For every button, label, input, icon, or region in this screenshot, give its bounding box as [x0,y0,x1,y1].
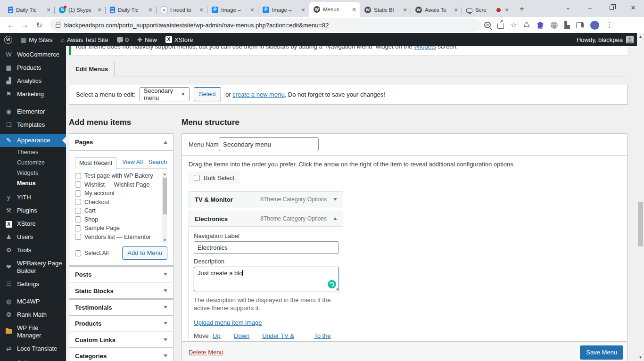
collapse-menu-button[interactable]: ◀Collapse menu [0,356,66,361]
accordion-products[interactable]: Products [69,315,173,331]
create-new-menu-link[interactable]: create a new menu [232,91,285,98]
tab-search-chevron-icon[interactable]: ⌄ [557,4,579,11]
sidebar-item-yith[interactable]: yYITH [0,191,66,204]
checkbox[interactable] [75,216,81,222]
navigation-label-input[interactable] [194,241,339,254]
collapse-up-icon[interactable] [164,141,167,144]
sidebar-item-elementor[interactable]: ◉Elementor [0,105,66,118]
bulk-select-checkbox[interactable] [194,175,200,181]
sidebar-item-appearance[interactable]: ✎Appearance [0,134,66,147]
browser-profile-avatar[interactable] [590,21,599,30]
tab-image-2[interactable]: P Image – ✕ [258,3,309,17]
tab-edit-menus[interactable]: Edit Menus [69,62,115,76]
sidebar-item-wp-file-manager[interactable]: WP File Manager [0,321,66,342]
xstore-menu[interactable]: XXStore [161,33,198,46]
tab-close-icon[interactable]: ✕ [249,7,256,13]
tab-close-icon[interactable]: ✕ [351,7,357,13]
pages-panel-header[interactable]: Pages [69,134,173,151]
expand-icon[interactable] [333,198,337,201]
sidebar-item-rank-math[interactable]: ❂Rank Math [0,308,66,321]
sidebar-item-settings[interactable]: ☰Settings [0,278,66,291]
move-up-one-link[interactable]: Up one [213,332,230,341]
accordion-testimonials[interactable]: Testimonials [69,299,173,315]
scroll-up-icon[interactable]: ▲ [637,33,644,40]
page-checkbox-row[interactable]: Shop [75,215,161,224]
tab-image-1[interactable]: P Image – ✕ [207,3,258,17]
side-panel-icon[interactable] [576,22,584,28]
tab-close-icon[interactable]: ✕ [147,7,154,13]
tab-close-icon[interactable]: ✕ [402,7,408,13]
page-checkbox-row[interactable]: Sample Page [75,224,161,233]
url-text[interactable]: blackpearlspro.com/porto_support/awaiste… [64,22,329,29]
tab-static-blocks[interactable]: W Static Bl ✕ [360,3,411,17]
checkbox[interactable] [75,225,81,231]
sidebar-item-mc4wp[interactable]: ◍MC4WP [0,295,66,308]
tab-awais[interactable]: W Awais Te ✕ [411,3,462,17]
sidebar-item-woocommerce[interactable]: WWooCommerce [0,48,66,61]
tab-close-icon[interactable]: ✕ [96,7,103,13]
back-icon[interactable]: ← [4,21,18,29]
accordion-static-blocks[interactable]: Static Blocks [69,283,173,299]
minimize-button[interactable]: – [579,4,601,11]
user-avatar[interactable] [626,36,634,43]
add-to-menu-button[interactable]: Add to Menu [122,246,167,260]
accordion-categories[interactable]: Categories [69,348,173,361]
sidebar-item-templates[interactable]: ❏Templates [0,118,66,131]
move-to-top-link[interactable]: To the top [314,332,338,341]
menu-item-tv-monitor[interactable]: TV & Monitor 8Theme Category Options [189,191,343,207]
sidebar-item-loco-translate[interactable]: ⇄Loco Translate [0,342,66,355]
tab-screenshare[interactable]: Scre ✕ [462,3,513,17]
my-sites-menu[interactable]: ▦My Sites [17,33,57,46]
scroll-down-icon[interactable]: ▼ [637,354,644,361]
sidebar-item-tools[interactable]: ⚙Tools [0,244,66,257]
sidebar-sub-widgets[interactable]: Widgets [0,168,66,178]
sidebar-sub-menus[interactable]: Menus [0,178,66,189]
puzzle-extensions-icon[interactable]: ▙ [564,21,570,29]
tab-close-icon[interactable]: ✕ [45,7,52,13]
move-under-tv-monitor-link[interactable]: Under TV & Monitor [262,332,310,341]
pages-list-scrollbar[interactable]: ▲ ▼ [162,172,167,243]
scroll-up-icon[interactable]: ▲ [162,172,167,177]
accordion-custom-links[interactable]: Custom Links [69,332,173,348]
howdy-label[interactable]: Howdy, blackpea [577,36,623,43]
tab-close-icon[interactable]: ✕ [300,7,306,13]
sidebar-item-analytics[interactable]: ▟Analytics [0,74,66,88]
checkbox[interactable] [75,181,81,188]
tab-search[interactable]: Search [149,159,167,168]
checkbox[interactable] [75,173,81,179]
bulk-select-control[interactable]: Bulk Select [189,172,239,184]
sidebar-item-xstore[interactable]: XXStore [0,217,66,230]
move-down-one-link[interactable]: Down one [234,332,258,341]
restore-button[interactable] [601,4,622,11]
lock-icon[interactable] [56,24,60,28]
globe-extension-icon[interactable] [551,22,558,29]
scroll-down-icon[interactable]: ▼ [162,238,167,243]
tab-loom[interactable]: ∞ I need to ✕ [157,3,207,17]
tab-close-icon[interactable]: ✕ [453,7,459,13]
site-name-menu[interactable]: ⌂Awais Test Site [57,33,113,46]
browser-menu-icon[interactable]: ⋮ [606,21,613,29]
select-all-checkbox[interactable] [75,250,81,256]
page-checkbox-row[interactable]: Wishlist — Wishlist Page [75,180,161,189]
collapse-icon[interactable] [333,217,337,220]
tab-close-icon[interactable]: ✕ [504,7,510,13]
checkbox[interactable] [75,234,81,240]
bookmark-star-icon[interactable]: ☆ [511,21,517,29]
tab-view-all[interactable]: View All [122,159,143,168]
menu-select-dropdown[interactable]: Secondary menu▼ [140,87,190,101]
wp-logo-menu[interactable]: W [0,33,17,46]
page-checkbox-row[interactable]: Test page with WP Bakery [75,172,161,180]
accordion-posts[interactable]: Posts [69,266,173,282]
sidebar-sub-themes[interactable]: Themes [0,147,66,157]
resize-handle[interactable] [335,287,338,290]
close-window-button[interactable]: ✕ [622,4,644,11]
page-checkbox-row[interactable]: Vendors list — Elementor [75,233,161,242]
scroll-thumb[interactable] [638,202,643,246]
sidebar-item-marketing[interactable]: ⚑Marketing [0,88,66,101]
menu-name-input[interactable] [219,137,319,151]
scroll-thumb[interactable] [163,178,167,214]
sidebar-item-users[interactable]: ♟Users [0,230,66,244]
tab-close-icon[interactable]: ✕ [198,7,205,13]
select-all-control[interactable]: Select All [75,250,108,256]
sidebar-item-plugins[interactable]: ⚒Plugins [0,204,66,217]
